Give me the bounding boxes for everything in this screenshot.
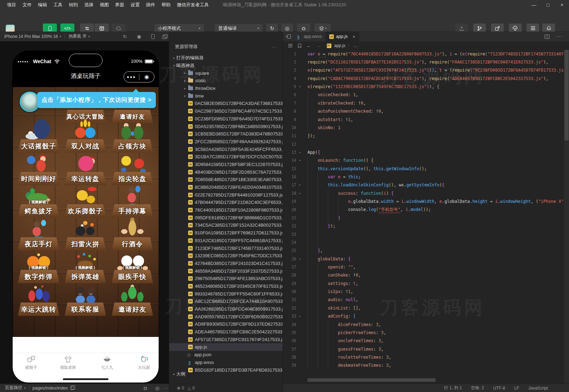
tree-row-4652348085D172BF20345C870F617533.js[interactable]: JS4652348085D172BF20345C870F617533.js [169, 283, 283, 290]
tree-row-76C4400185D172BF10A22806F8607533.js[interactable]: JS76C4400185D172BF10A22806F8607533.js [169, 206, 283, 214]
more-icon[interactable]: ●●● [124, 75, 139, 79]
bookmark-icon[interactable] [298, 44, 302, 48]
tab-app.wxss[interactable]: ʒapp.wxss [293, 32, 326, 41]
tree-row-0DA5235785D172BF6BC34B5039017533.js[interactable]: JS0DA5235785D172BF6BC34B5039017533.js [169, 122, 283, 130]
status-item[interactable]: LF [514, 386, 519, 391]
bug-icon[interactable] [143, 385, 148, 391]
menu-item-编辑[interactable]: 编辑 [35, 0, 50, 10]
fold-icon[interactable]: ▾ [296, 151, 303, 154]
menu-item-项目[interactable]: 项目 [4, 0, 19, 10]
hot-reload-toggle[interactable]: 热重载 开 [68, 33, 86, 39]
tree-row-A8C12CB685D172BFCEA744B10A907533.js[interactable]: JSA8C12CB685D172BFCEA744B10A907533.js [169, 298, 283, 305]
status-item[interactable]: UTF-8 [493, 386, 505, 391]
phone-tab-大玩家[interactable]: 大玩家 [130, 355, 158, 370]
tree-row-app.json[interactable]: {..}app.json [169, 351, 283, 359]
code-editor[interactable]: ··· 1var e = require("76C4400185D172BF10… [283, 50, 569, 392]
horizontal-scrollbar[interactable] [307, 378, 436, 382]
menu-item-文件[interactable]: 文件 [20, 0, 34, 10]
record-icon[interactable]: ◉ [137, 34, 141, 39]
tree-row-2FCC2B9585D172BF49AA439262427533.js[interactable]: JS2FCC2B9585D172BF49AA439262427533.js [169, 138, 283, 146]
tree-row-square[interactable]: ▸square [169, 69, 283, 77]
fold-icon[interactable]: ▾ [296, 159, 303, 162]
menu-item-视图[interactable]: 视图 [97, 0, 112, 10]
tree-row-7123DF7485D172BF1745B77331407533.js[interactable]: JS7123DF7485D172BF1745B77331407533.js [169, 244, 283, 252]
fold-icon[interactable]: ▾ [296, 183, 303, 187]
tree-row-AF571E7385D172BFC9317674F2417533.js[interactable]: JSAF571E7385D172BFC9317674F2417533.js [169, 335, 283, 343]
tree-row-4B403BC085D172BF2D2653C78A727533.js[interactable]: JS4B403BC085D172BF2D2653C78A727533.js [169, 168, 283, 176]
tree-row-8C8B620485D172BFEAED0A0348107533.js[interactable]: JS8C8B620485D172BFEAED0A0348107533.js [169, 184, 283, 191]
tree-row-0AC5B2E085D172BF6CA3DAE736817533.js[interactable]: JS0AC5B2E085D172BF6CA3DAE736817533.js [169, 100, 283, 107]
breadcrumb-file[interactable]: app.js [334, 43, 345, 48]
menu-item-界面[interactable]: 界面 [112, 0, 127, 10]
more-icon[interactable]: ··· [271, 44, 277, 49]
fold-icon[interactable]: ▾ [296, 314, 303, 318]
close-tab-icon[interactable]: × [352, 34, 355, 39]
close-button[interactable]: × [555, 0, 569, 10]
tree-row-ADEA465785D172BFCB8C2E5042327533.js[interactable]: JSADEA465785D172BFCB8C2E5042327533.js [169, 328, 283, 336]
tree-row-AD9FB93085D172BFCBF9D137ED627533.js[interactable]: JSAD9FB93085D172BFCBF9D137ED627533.js [169, 320, 283, 328]
tree-row-47B0444785D172BF21D62C40C3EF6533.js[interactable]: JS47B0444785D172BF21D62C40C3EF6533.js [169, 199, 283, 206]
phone-tab-领取皮肤[interactable]: 领取皮肤 [54, 355, 82, 370]
more-icon[interactable]: ··· [556, 33, 563, 40]
tree-row-42764BD385D172BF241023D41C417533.js[interactable]: JS42764BD385D172BF241023D41C417533.js [169, 260, 283, 267]
tree-row-打开的编辑器[interactable]: ▸打开的编辑器 [169, 54, 283, 62]
tree-row-7D8558E485D172BF1BE330E3EA807533.js[interactable]: JS7D8558E485D172BF1BE330E3EA807533.js [169, 176, 283, 184]
tree-row-0C23BFD085D172BF6A45D7D74FD17533.js[interactable]: JS0C23BFD085D172BF6A45D7D74FD17533.js [169, 115, 283, 123]
tree-row-13239EC085D172BF7545F6C7DDC17533.js[interactable]: JS13239EC085D172BF7545F6C7DDC17533.js [169, 252, 283, 260]
tree-row-喝酒神器[interactable]: ▾喝酒神器 [169, 62, 283, 69]
tree-row-2987505485D172BF4FE13853ABC07533.js[interactable]: JS2987505485D172BF4FE13853ABC07533.js [169, 275, 283, 283]
menu-item-插件[interactable]: 插件 [143, 0, 158, 10]
menu-item-微信开发者工具[interactable]: 微信开发者工具 [174, 0, 212, 10]
tree-row-AAD9055785D172BFCCBF6D50B9227533.js[interactable]: JSAAD9055785D172BFCCBF6D50B9227533.js [169, 313, 283, 320]
tree-row-022E782785D172BF644810208F127533.js[interactable]: JS022E782785D172BF644810208F127533.js [169, 191, 283, 199]
fold-icon[interactable]: ▾ [296, 85, 303, 88]
page-path-label[interactable]: 页面路径 [5, 385, 22, 391]
maximize-button[interactable]: □ [541, 0, 555, 10]
tree-row-app.wxss[interactable]: ʒapp.wxss [169, 359, 283, 366]
tree-row-3C582A4285D172BF5A3E4245FCFF6533.js[interactable]: JS3C582A4285D172BF5A3E4245FCFF6533.js [169, 145, 283, 153]
add-miniapp-banner[interactable]: 点击「添加小程序」，下次访问更便捷 > [37, 92, 156, 108]
tree-row-app.js[interactable]: JSapp.js [169, 343, 283, 351]
copy-icon[interactable] [70, 386, 74, 390]
eye-icon[interactable]: ◎ [155, 385, 159, 391]
fold-icon[interactable]: ▾ [296, 192, 303, 195]
tree-row-throwDice[interactable]: ▸throwDice [169, 85, 283, 92]
outline-section[interactable]: ▸ 大纲 [169, 370, 283, 378]
status-item[interactable]: 行 1, 列 1 [444, 385, 462, 391]
tab-app.js[interactable]: JSapp.js× [326, 32, 359, 41]
tree-row-AA26268285D172BFCC404E8509917533.js[interactable]: JSAA26268285D172BFCC404E8509917533.js [169, 305, 283, 313]
tree-row-46559A3485D172BF2033F2337D527533.js[interactable]: JS46559A3485D172BF2033F2337D527533.js [169, 267, 283, 275]
more-icon[interactable]: ··· [164, 386, 169, 391]
phone-tab-七八九[interactable]: 七八九 [93, 355, 121, 370]
split-editor-icon[interactable] [544, 34, 550, 39]
phone-tab-摇骰子[interactable]: 摇骰子 [17, 355, 45, 370]
tree-row-931A2C8185D172BFF57C44861BA17533.js[interactable]: JS931A2C8185D172BFF57C44861BA17533.js [169, 237, 283, 245]
status-item[interactable]: 空格: 2 [471, 385, 484, 391]
tree-row-095DFE6185D172BF6F3B9666D1C07533.js[interactable]: JS095DFE6185D172BF6F3B9666D1C07533.js [169, 214, 283, 221]
forward-icon[interactable]: → [316, 43, 321, 48]
restart-icon[interactable]: ↻ [123, 34, 127, 39]
tree-row-3D1BA7C285D172BF5B7DCFC52C507533.js[interactable]: JS3D1BA7C285D172BF5B7DCFC52C507533.js [169, 153, 283, 161]
status-item[interactable]: JavaScript [528, 386, 548, 391]
tree-row-9933246785D172BFFF554C60F1FF6533.js[interactable]: JS9933246785D172BFFF554C60F1FF6533.js [169, 290, 283, 298]
miniapp-capsule[interactable]: ●●● ◉ [124, 71, 154, 82]
tree-row-static[interactable]: ▸static [169, 77, 283, 85]
vertical-scrollbar[interactable] [564, 50, 569, 392]
tree-row-1CB5EBD385D172BF7AD383D478B07533.js[interactable]: JS1CB5EBD385D172BF7AD383D478B07533.js [169, 130, 283, 138]
menu-item-帮助[interactable]: 帮助 [159, 0, 173, 10]
fold-icon[interactable]: ▾ [296, 257, 303, 261]
tree-row-time[interactable]: ▸time [169, 92, 283, 100]
back-icon[interactable]: ← [306, 43, 311, 48]
exit-icon[interactable]: ◉ [139, 74, 154, 80]
tree-row-0AC2987385D172BF6CA4F074C5C17533.js[interactable]: JS0AC2987385D172BF6CA4F074C5C17533.js [169, 107, 283, 115]
device-selector[interactable]: iPhone 14 Pro Max 100% 16 [4, 34, 58, 39]
tree-row-3D95841585D172BF5BF3EC1228707533.js[interactable]: JS3D95841585D172BF5BF3EC1228707533.js [169, 161, 283, 168]
menu-item-选择[interactable]: 选择 [81, 0, 96, 10]
collapse-sidebar-icon[interactable] [283, 32, 293, 41]
multi-window-icon[interactable] [162, 34, 167, 38]
tree-row-910F0A1085D172BFF7696217D6117533.js[interactable]: JS910F0A1085D172BFF7696217D6117533.js [169, 229, 283, 237]
device-frame-icon[interactable] [151, 34, 154, 39]
outline-icon[interactable] [288, 44, 293, 48]
scrollbar-thumb[interactable] [564, 50, 569, 140]
tree-row-734C5AC385D172BF152A32C4B0027533.js[interactable]: JS734C5AC385D172BF152A32C4B0027533.js [169, 221, 283, 229]
